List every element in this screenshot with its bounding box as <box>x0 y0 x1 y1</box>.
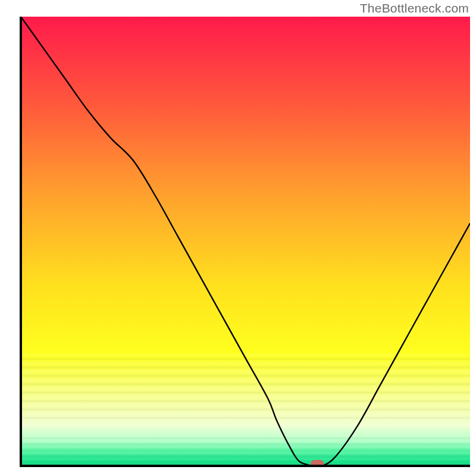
watermark-text: TheBottleneck.com <box>360 1 469 15</box>
svg-rect-22 <box>21 449 470 451</box>
svg-rect-4 <box>21 366 470 368</box>
svg-rect-23 <box>21 452 470 454</box>
svg-rect-12 <box>21 400 470 402</box>
svg-rect-3 <box>21 362 470 364</box>
svg-rect-13 <box>21 404 470 406</box>
bottleneck-chart <box>0 0 476 476</box>
svg-rect-17 <box>21 434 470 436</box>
svg-rect-5 <box>21 371 470 373</box>
svg-rect-20 <box>21 443 470 445</box>
gradient-background <box>21 17 470 466</box>
svg-rect-24 <box>21 455 470 457</box>
svg-rect-11 <box>21 396 470 398</box>
svg-rect-14 <box>21 408 470 411</box>
svg-rect-8 <box>21 383 470 386</box>
svg-rect-10 <box>21 392 470 394</box>
chart-wrapper: TheBottleneck.com <box>0 0 476 476</box>
svg-rect-7 <box>21 379 470 381</box>
svg-rect-1 <box>21 353 470 356</box>
svg-rect-9 <box>21 387 470 390</box>
svg-rect-19 <box>21 440 470 442</box>
svg-rect-21 <box>21 446 470 448</box>
svg-rect-15 <box>21 412 470 415</box>
svg-rect-25 <box>21 458 470 460</box>
svg-rect-16 <box>21 416 470 419</box>
svg-rect-6 <box>21 375 470 377</box>
svg-rect-18 <box>21 437 470 439</box>
